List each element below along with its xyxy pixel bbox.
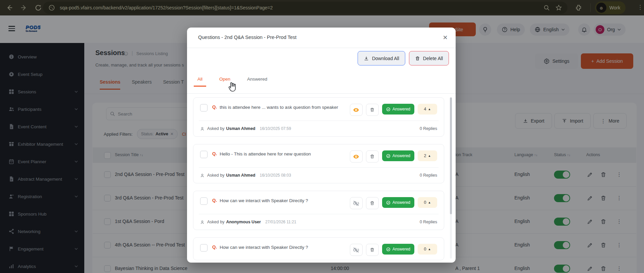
answered-badge: Answered (382, 244, 414, 255)
eye-off-icon (353, 247, 359, 253)
asked-by-name: Usman Ahmed (226, 126, 255, 131)
asked-by-name: Usman Ahmed (226, 173, 255, 178)
check-circle-icon (386, 247, 390, 252)
delete-all-button[interactable]: Delete All (409, 51, 449, 65)
trash-icon (415, 56, 420, 61)
question-prefix: Q. (212, 104, 217, 109)
upvote-icon: ▲ (428, 107, 431, 111)
asked-by-label: Asked by (207, 126, 224, 131)
modal-actions: Download All Delete All (358, 51, 449, 65)
check-circle-icon (386, 154, 390, 158)
asked-date: 16/10/2025 08:03 (260, 173, 291, 178)
question-prefix: Q. (212, 151, 217, 156)
close-icon[interactable]: ✕ (441, 33, 450, 42)
vote-count: 2▲ (418, 150, 437, 161)
replies-count: 0 Replies (420, 220, 437, 224)
eye-icon (353, 107, 359, 113)
delete-question-button[interactable] (366, 150, 379, 163)
modal-header: Questions - 2nd Q&A Session - Pre-Prod T… (187, 28, 456, 48)
toggle-visibility-button[interactable] (350, 150, 363, 163)
delete-question-button[interactable] (366, 197, 379, 209)
modal-tab-all[interactable]: All (194, 77, 206, 87)
questions-modal: Questions - 2nd Q&A Session - Pre-Prod T… (187, 28, 456, 263)
person-icon (200, 220, 204, 224)
scrollbar[interactable] (450, 97, 452, 259)
vote-count: 0▲ (418, 244, 437, 255)
modal-tabs: AllOpenAnswered (194, 77, 271, 87)
delete-question-button[interactable] (366, 244, 379, 256)
asked-by-row: Asked by Usman Ahmed 16/10/2025 07:59 0 … (200, 125, 437, 132)
questions-list: Q. this is attendee here ... wants to as… (187, 97, 448, 263)
modal-title: Questions - 2nd Q&A Session - Pre-Prod T… (198, 35, 296, 40)
asked-by-label: Asked by (207, 220, 224, 224)
asked-by-label: Asked by (207, 173, 224, 178)
question-card: Q. How can we interact with Speaker Dire… (193, 191, 444, 230)
download-all-label: Download All (372, 56, 399, 61)
person-icon (200, 127, 204, 131)
answered-badge: Answered (382, 104, 414, 115)
modal-tab-open[interactable]: Open (216, 77, 234, 87)
toggle-visibility-button[interactable] (350, 104, 363, 116)
trash-icon (370, 200, 375, 206)
trash-icon (370, 247, 375, 253)
modal-divider (187, 93, 456, 94)
question-card: Q. this is attendee here ... wants to as… (193, 97, 444, 137)
asked-by-row: Asked by Anonymous User 27/01/2026 11:21… (200, 218, 437, 226)
question-checkbox[interactable] (200, 197, 208, 205)
question-prefix: Q. (212, 198, 217, 203)
scrollbar-thumb[interactable] (450, 97, 452, 214)
question-checkbox[interactable] (200, 244, 208, 252)
screen: sqa-pod5.vfairs.com/backend/v2/applicati… (0, 0, 644, 273)
eye-off-icon (353, 200, 359, 207)
asked-by-name: Anonymous User (226, 220, 261, 224)
asked-date: 27/01/2026 11:21 (265, 220, 296, 224)
answered-badge: Answered (382, 150, 414, 161)
delete-question-button[interactable] (366, 104, 379, 116)
asked-date: 16/10/2025 07:59 (260, 126, 291, 131)
replies-count: 0 Replies (420, 126, 437, 131)
question-card: Q. How can we interact with Speaker Dire… (193, 237, 444, 260)
card-divider (199, 214, 439, 214)
question-checkbox[interactable] (200, 151, 208, 158)
asked-by-row: Asked by Usman Ahmed 16/10/2025 08:03 0 … (200, 172, 437, 179)
vote-count: 0▲ (418, 197, 437, 208)
upvote-icon: ▲ (428, 154, 431, 157)
question-text: this is attendee here ... wants to ask q… (220, 104, 340, 111)
card-divider (199, 121, 439, 121)
question-text: How can we interact with Speaker Directl… (220, 197, 340, 205)
answered-badge: Answered (382, 197, 414, 208)
download-all-button[interactable]: Download All (358, 51, 405, 65)
modal-tab-answered[interactable]: Answered (243, 77, 271, 87)
upvote-icon: ▲ (428, 201, 431, 204)
trash-icon (370, 154, 375, 159)
check-circle-icon (386, 200, 390, 205)
card-divider (199, 167, 439, 168)
question-text: How can we interact with Speaker Directl… (220, 244, 340, 252)
toggle-visibility-button[interactable] (350, 244, 363, 256)
question-card: Q. Hello - This is attendee here for new… (193, 144, 444, 183)
upvote-icon: ▲ (428, 247, 431, 251)
trash-icon (370, 107, 375, 112)
download-icon (364, 56, 369, 61)
question-text: Hello - This is attendee here for new qu… (220, 150, 340, 158)
vote-count: 4▲ (418, 104, 437, 115)
toggle-visibility-button[interactable] (350, 197, 363, 209)
question-prefix: Q. (212, 244, 217, 249)
delete-all-label: Delete All (423, 56, 443, 61)
question-checkbox[interactable] (200, 104, 208, 111)
check-circle-icon (386, 107, 390, 111)
eye-icon (353, 153, 359, 160)
replies-count: 0 Replies (420, 173, 437, 178)
person-icon (200, 173, 204, 178)
